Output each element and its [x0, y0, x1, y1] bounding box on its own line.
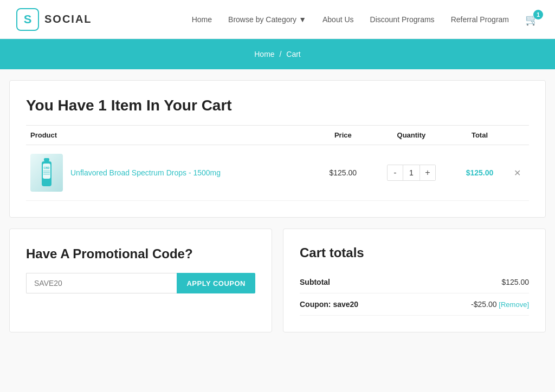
cart-title: You Have 1 Item In Your Cart — [26, 97, 529, 114]
remove-coupon-button[interactable]: [Remove] — [499, 300, 529, 309]
apply-coupon-button[interactable]: APPLY COUPON — [177, 273, 255, 293]
qty-decrease-button[interactable]: - — [388, 165, 403, 180]
bottom-grid: Have A Promotional Code? APPLY COUPON Ca… — [9, 228, 546, 332]
breadcrumb-separator: / — [280, 50, 282, 58]
col-price: Price — [317, 126, 369, 145]
promo-title: Have A Promotional Code? — [26, 245, 255, 262]
chevron-down-icon: ▼ — [299, 15, 306, 24]
coupon-value: -$25.00 [Remove] — [471, 300, 529, 309]
remove-item-button[interactable]: ✕ — [506, 145, 529, 201]
cart-totals-section: Cart totals Subtotal $125.00 Coupon: sav… — [283, 228, 546, 332]
cart-totals-title: Cart totals — [300, 245, 529, 260]
product-name: Unflavored Broad Spectrum Drops - 1500mg — [70, 168, 221, 177]
nav-about[interactable]: About Us — [322, 15, 354, 24]
subtotal-row: Subtotal $125.00 — [300, 271, 529, 293]
quantity-value: 1 — [403, 165, 420, 180]
quantity-cell: - 1 + — [369, 145, 453, 201]
cart-button[interactable]: 🛒 1 — [525, 13, 539, 26]
nav-browse[interactable]: Browse by Category ▼ — [228, 15, 306, 24]
table-row: CBD Unflavored Broad Spectrum Drops - 15… — [26, 145, 529, 201]
breadcrumb-home[interactable]: Home — [254, 50, 274, 58]
subtotal-value: $125.00 — [501, 278, 529, 286]
site-header: S SOCIAL Home Browse by Category ▼ About… — [0, 0, 555, 39]
breadcrumb-current: Cart — [286, 50, 300, 58]
main-nav: Home Browse by Category ▼ About Us Disco… — [192, 13, 539, 26]
cart-section: You Have 1 Item In Your Cart Product Pri… — [9, 80, 546, 218]
col-total: Total — [453, 126, 506, 145]
svg-rect-4 — [43, 171, 50, 172]
nav-referral[interactable]: Referral Program — [451, 15, 509, 24]
coupon-input[interactable] — [26, 273, 177, 293]
coupon-row: APPLY COUPON — [26, 273, 255, 293]
coupon-row-total: Coupon: save20 -$25.00 [Remove] — [300, 293, 529, 316]
product-total: $125.00 — [453, 145, 506, 201]
cart-table: Product Price Quantity Total — [26, 125, 529, 201]
promo-section: Have A Promotional Code? APPLY COUPON — [9, 228, 272, 332]
nav-discount[interactable]: Discount Programs — [370, 15, 435, 24]
nav-home[interactable]: Home — [192, 15, 212, 24]
svg-rect-6 — [43, 174, 50, 175]
coupon-label: Coupon: save20 — [300, 300, 358, 309]
logo-text: SOCIAL — [44, 13, 92, 25]
svg-text:CBD: CBD — [44, 166, 50, 169]
subtotal-label: Subtotal — [300, 278, 330, 286]
product-price: $125.00 — [317, 145, 369, 201]
col-quantity: Quantity — [369, 126, 453, 145]
svg-rect-5 — [43, 172, 50, 173]
breadcrumb-banner: Home / Cart — [0, 39, 555, 69]
product-image: CBD — [30, 154, 63, 192]
logo-box[interactable]: S — [16, 8, 39, 31]
col-remove — [506, 126, 529, 145]
svg-rect-0 — [44, 158, 49, 161]
logo-letter: S — [24, 12, 32, 27]
breadcrumb: Home / Cart — [254, 50, 300, 58]
qty-increase-button[interactable]: + — [420, 165, 435, 180]
col-product: Product — [26, 126, 317, 145]
cart-badge: 1 — [533, 10, 543, 19]
quantity-controls: - 1 + — [387, 165, 436, 181]
main-content: You Have 1 Item In Your Cart Product Pri… — [1, 80, 554, 332]
product-cell: CBD Unflavored Broad Spectrum Drops - 15… — [30, 154, 312, 192]
logo-area: S SOCIAL — [16, 8, 92, 31]
